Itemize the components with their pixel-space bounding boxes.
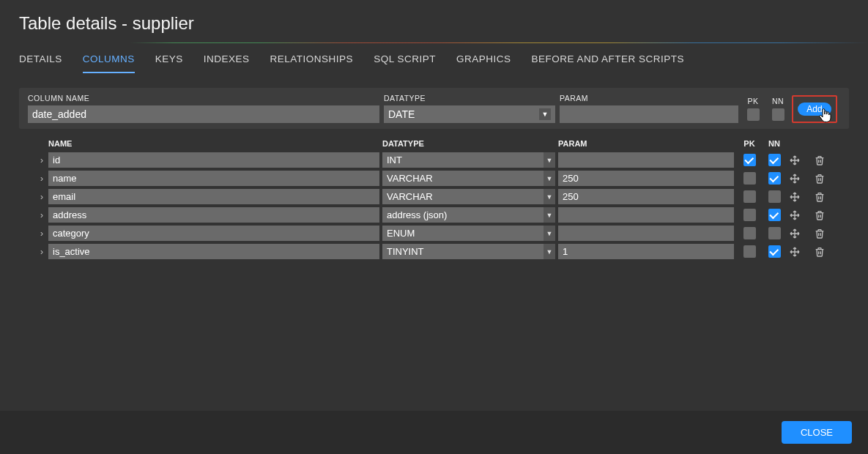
col-header-nn: NN <box>762 139 787 148</box>
column-nn-checkbox[interactable] <box>768 227 781 239</box>
table-row: ›idINT▼ <box>35 151 849 169</box>
new-col-datatype-value: DATE <box>388 108 415 120</box>
column-nn-checkbox[interactable] <box>768 190 781 203</box>
column-nn-checkbox[interactable] <box>768 209 781 221</box>
column-param-cell[interactable] <box>558 226 734 241</box>
move-icon[interactable] <box>787 226 803 242</box>
column-name-cell[interactable]: name <box>48 171 379 186</box>
trash-icon[interactable] <box>812 152 828 168</box>
table-details-dialog: Table details - supplier DETAILSCOLUMNSK… <box>0 0 868 454</box>
move-icon[interactable] <box>787 152 803 168</box>
column-datatype-select[interactable]: TINYINT▼ <box>382 244 555 259</box>
columns-table: NAME DATATYPE PARAM PK NN ›idINT▼›nameVA… <box>19 139 849 261</box>
column-name-cell[interactable]: email <box>48 189 379 204</box>
chevron-down-icon: ▼ <box>544 189 555 204</box>
column-pk-checkbox[interactable] <box>743 172 756 185</box>
col-header-datatype: DATATYPE <box>382 139 558 148</box>
column-pk-checkbox[interactable] <box>743 154 756 166</box>
col-header-pk: PK <box>737 139 762 148</box>
expand-row-icon[interactable]: › <box>35 192 48 202</box>
add-button-highlight: Add <box>792 95 837 123</box>
add-column-button[interactable]: Add <box>798 103 831 116</box>
chevron-down-icon: ▼ <box>544 207 555 223</box>
column-name-cell[interactable]: is_active <box>48 244 379 259</box>
table-row: ›is_activeTINYINT▼1 <box>35 242 849 261</box>
column-datatype-select[interactable]: address (json)▼ <box>382 207 555 223</box>
new-column-row: COLUMN NAME DATATYPE DATE ▼ PARAM PK NN <box>19 88 849 129</box>
tab-graphics[interactable]: GRAPHICS <box>456 53 511 73</box>
new-col-nn-checkbox[interactable] <box>772 108 784 121</box>
column-pk-checkbox[interactable] <box>743 190 756 203</box>
column-param-cell[interactable]: 1 <box>558 244 734 259</box>
new-col-datatype-header: DATATYPE <box>384 94 555 103</box>
new-col-name-input[interactable] <box>28 105 379 123</box>
columns-table-header: NAME DATATYPE PARAM PK NN <box>35 139 849 151</box>
column-nn-checkbox[interactable] <box>768 154 781 166</box>
trash-icon[interactable] <box>812 207 828 223</box>
column-param-cell[interactable]: 250 <box>558 189 734 204</box>
table-row: ›nameVARCHAR▼250 <box>35 169 849 187</box>
column-datatype-select[interactable]: VARCHAR▼ <box>382 189 555 204</box>
trash-icon[interactable] <box>812 226 828 242</box>
expand-row-icon[interactable]: › <box>35 247 48 257</box>
chevron-down-icon: ▼ <box>544 244 555 259</box>
column-param-cell[interactable] <box>558 207 734 223</box>
tab-columns[interactable]: COLUMNS <box>83 53 135 73</box>
col-header-param: PARAM <box>558 139 737 148</box>
column-nn-checkbox[interactable] <box>768 245 781 258</box>
expand-row-icon[interactable]: › <box>35 210 48 220</box>
tab-keys[interactable]: KEYS <box>155 53 183 73</box>
dialog-title: Table details - supplier <box>0 0 868 42</box>
new-col-param-header: PARAM <box>560 94 738 103</box>
move-icon[interactable] <box>787 171 803 187</box>
column-datatype-select[interactable]: ENUM▼ <box>382 226 555 241</box>
column-pk-checkbox[interactable] <box>743 245 756 258</box>
column-datatype-select[interactable]: VARCHAR▼ <box>382 171 555 186</box>
column-name-cell[interactable]: address <box>48 207 379 223</box>
trash-icon[interactable] <box>812 244 828 260</box>
accent-line <box>0 42 868 43</box>
column-nn-checkbox[interactable] <box>768 172 781 185</box>
move-icon[interactable] <box>787 244 803 260</box>
chevron-down-icon: ▼ <box>544 171 555 186</box>
tab-relationships[interactable]: RELATIONSHIPS <box>270 53 354 73</box>
new-col-param-input[interactable] <box>560 105 738 123</box>
column-datatype-select[interactable]: INT▼ <box>382 152 555 168</box>
column-param-cell[interactable] <box>558 152 734 168</box>
new-col-pk-header: PK <box>747 97 758 105</box>
trash-icon[interactable] <box>812 189 828 205</box>
move-icon[interactable] <box>787 207 803 223</box>
new-col-name-header: COLUMN NAME <box>28 94 379 103</box>
column-name-cell[interactable]: id <box>48 152 379 168</box>
new-col-datatype-select[interactable]: DATE ▼ <box>384 105 555 123</box>
table-row: ›emailVARCHAR▼250 <box>35 187 849 206</box>
column-pk-checkbox[interactable] <box>743 209 756 221</box>
table-row: ›categoryENUM▼ <box>35 224 849 242</box>
tab-before-and-after-scripts[interactable]: BEFORE AND AFTER SCRIPTS <box>531 53 684 73</box>
expand-row-icon[interactable]: › <box>35 174 48 184</box>
tab-details[interactable]: DETAILS <box>19 53 62 73</box>
column-name-cell[interactable]: category <box>48 226 379 241</box>
column-param-cell[interactable]: 250 <box>558 171 734 186</box>
chevron-down-icon: ▼ <box>539 108 551 120</box>
move-icon[interactable] <box>787 189 803 205</box>
table-row: ›addressaddress (json)▼ <box>35 206 849 224</box>
close-button[interactable]: CLOSE <box>782 421 852 444</box>
expand-row-icon[interactable]: › <box>35 228 48 239</box>
chevron-down-icon: ▼ <box>544 152 555 168</box>
new-col-pk-checkbox[interactable] <box>747 108 760 121</box>
tab-indexes[interactable]: INDEXES <box>204 53 250 73</box>
tabs-bar: DETAILSCOLUMNSKEYSINDEXESRELATIONSHIPSSQ… <box>0 43 868 73</box>
column-pk-checkbox[interactable] <box>743 227 756 239</box>
chevron-down-icon: ▼ <box>544 226 555 241</box>
dialog-footer: CLOSE <box>0 411 868 454</box>
trash-icon[interactable] <box>812 171 828 187</box>
tab-sql-script[interactable]: SQL SCRIPT <box>374 53 436 73</box>
expand-row-icon[interactable]: › <box>35 155 48 165</box>
col-header-name: NAME <box>48 139 382 148</box>
new-col-nn-header: NN <box>772 97 784 105</box>
content-area: COLUMN NAME DATATYPE DATE ▼ PARAM PK NN <box>0 73 868 411</box>
